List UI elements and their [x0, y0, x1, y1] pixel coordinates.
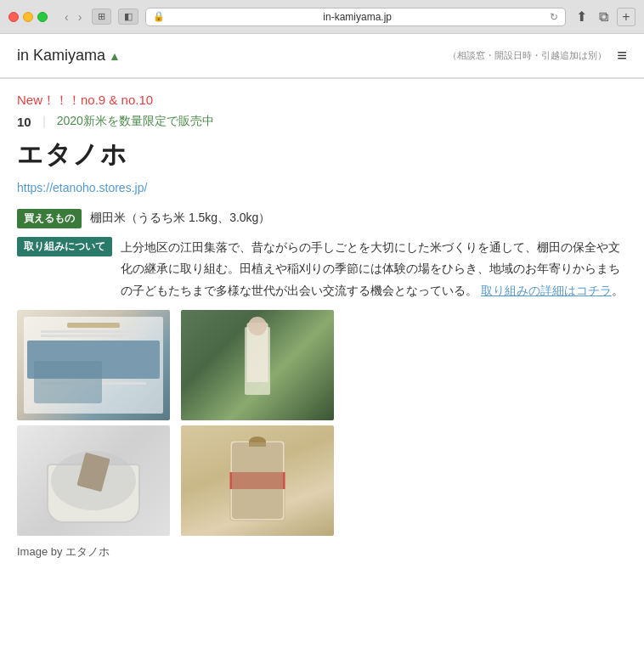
product-image-3 — [17, 425, 170, 536]
minimize-button[interactable] — [23, 12, 33, 22]
kaerumo-text: 棚田米（うるち米 1.5kg、3.0kg） — [90, 208, 270, 227]
kaerumo-row: 買えるもの 棚田米（うるち米 1.5kg、3.0kg） — [17, 208, 627, 228]
lock-icon: 🔒 — [153, 11, 165, 22]
forward-button[interactable]: › — [75, 9, 86, 25]
header-nav: （相談窓・開設日時・引越追加は別） ≡ — [448, 46, 627, 65]
torikumi-badge: 取り組みについて — [17, 237, 112, 256]
article-url-link[interactable]: https://etanoho.stores.jp/ — [17, 181, 627, 194]
image-grid — [17, 310, 340, 536]
article: New！！！no.9 & no.10 10 ｜ 2020新米を数量限定で販売中 … — [0, 79, 644, 573]
date-description: 2020新米を数量限定で販売中 — [57, 114, 214, 129]
nav-hint-text: （相談窓・開設日時・引越追加は別） — [448, 49, 607, 62]
maximize-button[interactable] — [37, 12, 48, 22]
duplicate-button[interactable]: ⧉ — [596, 8, 612, 26]
content-button[interactable]: ◧ — [118, 8, 138, 25]
logo-triangle-icon: ▲ — [109, 49, 121, 63]
browser-chrome: ‹ › ⊞ ◧ 🔒 in-kamiyama.jp ↻ ⬆ ⧉ + — [0, 0, 644, 34]
date-number: 10 — [17, 115, 31, 129]
url-display: in-kamiyama.jp — [170, 11, 545, 23]
product-image-2 — [181, 310, 334, 420]
product-image-4 — [181, 425, 334, 536]
browser-actions: ⬆ ⧉ + — [573, 7, 636, 26]
image-caption: Image by エタノホ — [17, 544, 627, 560]
article-title: エタノホ — [17, 138, 627, 172]
new-tab-button[interactable]: + — [617, 8, 636, 26]
reload-icon[interactable]: ↻ — [550, 11, 558, 23]
nav-buttons: ‹ › — [61, 9, 85, 25]
date-line: 10 ｜ 2020新米を数量限定で販売中 — [17, 114, 627, 129]
page-content: in Kamiyama ▲ （相談窓・開設日時・引越追加は別） ≡ New！！！… — [0, 34, 644, 573]
hamburger-menu-icon[interactable]: ≡ — [617, 46, 627, 65]
torikumi-row: 取り組みについて 上分地区の江田集落で、昔ながらの手しごとを大切にした米づくりを… — [17, 237, 627, 301]
site-logo: in Kamiyama ▲ — [17, 47, 121, 65]
torikumi-content: 上分地区の江田集落で、昔ながらの手しごとを大切にした米づくりを通して、棚田の保全… — [121, 237, 627, 301]
date-separator: ｜ — [38, 114, 50, 129]
logo-text: in Kamiyama — [17, 47, 105, 65]
address-bar[interactable]: 🔒 in-kamiyama.jp ↻ — [145, 8, 566, 26]
new-label: New！！！no.9 & no.10 — [17, 93, 627, 109]
close-button[interactable] — [8, 12, 19, 22]
traffic-lights — [8, 12, 48, 22]
browser-titlebar: ‹ › ⊞ ◧ 🔒 in-kamiyama.jp ↻ ⬆ ⧉ + — [0, 0, 644, 33]
product-image-1 — [17, 310, 170, 420]
back-button[interactable]: ‹ — [61, 9, 72, 25]
share-button[interactable]: ⬆ — [573, 7, 590, 26]
kaerumo-badge: 買えるもの — [17, 209, 82, 228]
site-header: in Kamiyama ▲ （相談窓・開設日時・引越追加は別） ≡ — [0, 34, 644, 78]
tab-view-button[interactable]: ⊞ — [92, 8, 111, 25]
